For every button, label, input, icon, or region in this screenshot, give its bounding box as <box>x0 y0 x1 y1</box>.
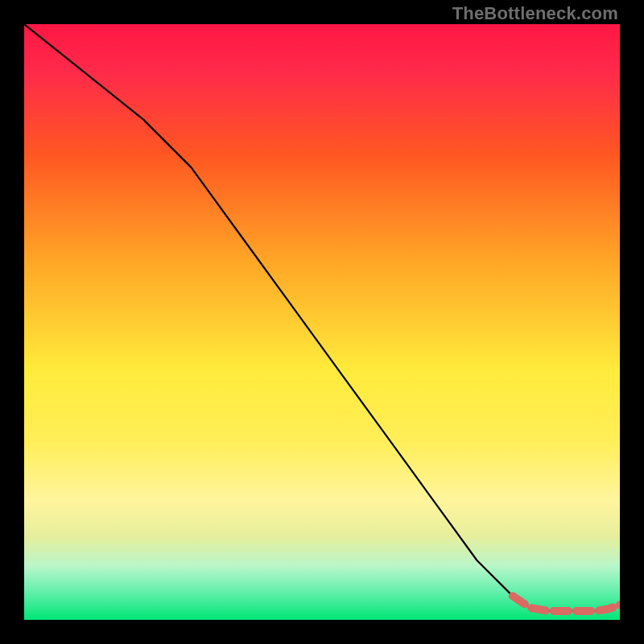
series-curve <box>24 24 620 611</box>
watermark-text: TheBottleneck.com <box>452 3 618 24</box>
chart-svg <box>24 24 620 620</box>
series-tail-dash <box>513 596 620 611</box>
